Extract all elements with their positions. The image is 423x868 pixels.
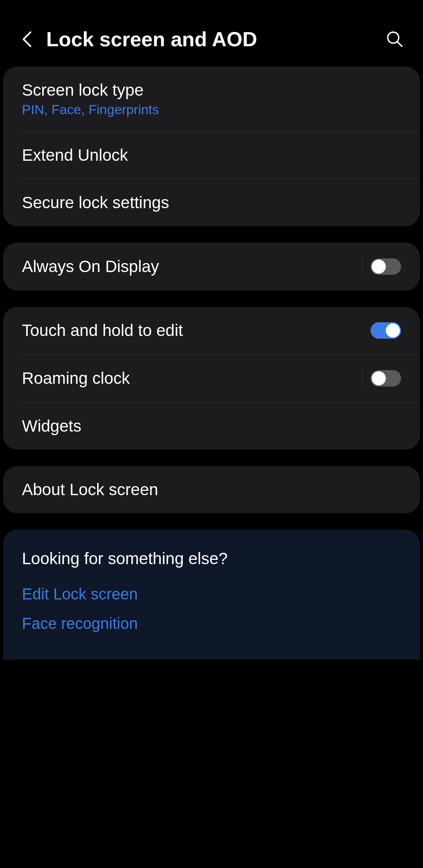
row-touch-hold-edit[interactable]: Touch and hold to edit — [3, 307, 420, 354]
header: Lock screen and AOD — [0, 0, 423, 67]
about-lock-screen-title: About Lock screen — [22, 480, 158, 499]
row-screen-lock-type[interactable]: Screen lock type PIN, Face, Fingerprints — [3, 67, 420, 131]
separator-line — [362, 257, 363, 276]
row-about-lock-screen[interactable]: About Lock screen — [3, 466, 420, 513]
toggle-knob — [372, 371, 386, 385]
toggle-container — [362, 257, 401, 276]
always-on-display-title: Always On Display — [22, 257, 159, 276]
search-icon[interactable] — [385, 30, 404, 49]
touch-hold-edit-toggle[interactable] — [371, 322, 401, 339]
card-aod: Always On Display — [3, 243, 420, 291]
page-title: Lock screen and AOD — [46, 27, 374, 51]
row-roaming-clock[interactable]: Roaming clock — [3, 354, 420, 402]
row-secure-lock-settings[interactable]: Secure lock settings — [3, 179, 420, 226]
screen-lock-type-subtitle: PIN, Face, Fingerprints — [22, 102, 159, 117]
card-lockscreen-options: Touch and hold to edit Roaming clock Wid… — [3, 307, 420, 450]
extend-unlock-title: Extend Unlock — [22, 146, 128, 165]
toggle-knob — [372, 260, 386, 274]
roaming-clock-toggle[interactable] — [371, 370, 401, 387]
separator-line — [362, 369, 363, 388]
card-lock-settings: Screen lock type PIN, Face, Fingerprints… — [3, 67, 420, 226]
roaming-clock-title: Roaming clock — [22, 369, 130, 388]
secure-lock-settings-title: Secure lock settings — [22, 193, 169, 212]
looking-for-title: Looking for something else? — [22, 549, 401, 568]
card-looking-for: Looking for something else? Edit Lock sc… — [3, 530, 420, 660]
touch-hold-edit-title: Touch and hold to edit — [22, 321, 183, 340]
back-icon[interactable] — [19, 31, 34, 47]
row-always-on-display[interactable]: Always On Display — [3, 243, 420, 291]
toggle-container — [362, 369, 401, 388]
link-edit-lock-screen[interactable]: Edit Lock screen — [22, 585, 401, 603]
row-text: Screen lock type PIN, Face, Fingerprints — [22, 81, 159, 117]
toggle-knob — [386, 323, 400, 338]
widgets-title: Widgets — [22, 417, 81, 436]
row-widgets[interactable]: Widgets — [3, 403, 420, 450]
row-extend-unlock[interactable]: Extend Unlock — [3, 132, 420, 179]
card-about: About Lock screen — [3, 466, 420, 513]
always-on-display-toggle[interactable] — [371, 258, 401, 275]
screen-lock-type-title: Screen lock type — [22, 81, 159, 100]
link-face-recognition[interactable]: Face recognition — [22, 615, 401, 632]
svg-line-1 — [398, 42, 402, 46]
